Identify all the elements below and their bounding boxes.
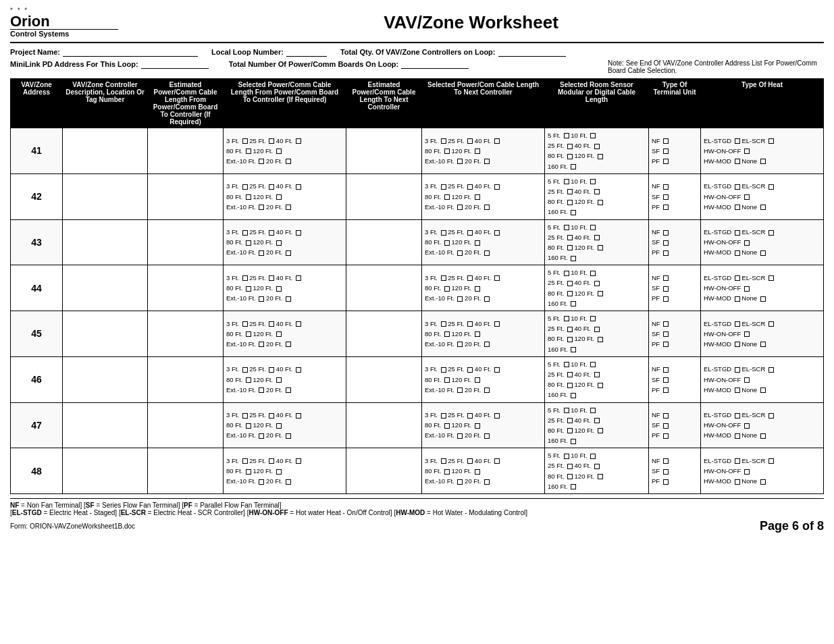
estimated-power-cell[interactable]	[148, 448, 224, 494]
type-heat-cell[interactable]: EL-STGD EL-SCR HW-ON-OFF HW-MOD None	[701, 356, 824, 402]
selected-power-comm-cable-cell[interactable]: 3 Ft. 25 Ft. 40 Ft. 80 Ft. 120 Ft. Ext.-…	[224, 311, 346, 357]
selected-room-sensor-cell[interactable]: 5 Ft. 10 Ft. 25 Ft. 40 Ft. 80 Ft. 120 Ft…	[545, 128, 649, 174]
address-cell: 42	[11, 173, 63, 219]
selected-room-sensor-cell[interactable]: 5 Ft. 10 Ft. 25 Ft. 40 Ft. 80 Ft. 120 Ft…	[545, 311, 649, 357]
el-scr-legend: EL-SCR	[121, 509, 146, 516]
type-heat-cell[interactable]: EL-STGD EL-SCR HW-ON-OFF HW-MOD None	[701, 448, 824, 494]
selected-room-sensor-cell[interactable]: 5 Ft. 10 Ft. 25 Ft. 40 Ft. 80 Ft. 120 Ft…	[545, 265, 649, 311]
controller-description-cell[interactable]	[63, 173, 148, 219]
estimated-power-cell[interactable]	[148, 402, 224, 448]
table-row: 483 Ft. 25 Ft. 40 Ft. 80 Ft. 120 Ft. Ext…	[11, 448, 824, 494]
selected-power-comm-next-cell[interactable]: 3 Ft. 25 Ft. 40 Ft. 80 Ft. 120 Ft. Ext.-…	[422, 219, 545, 265]
selected-power-comm-cable-cell[interactable]: 3 Ft. 25 Ft. 40 Ft. 80 Ft. 120 Ft. Ext.-…	[224, 173, 346, 219]
project-name-value[interactable]	[63, 47, 198, 57]
type-terminal-cell[interactable]: NF SF PF	[649, 356, 701, 402]
estimated-power-cell[interactable]	[148, 128, 224, 174]
col-header-sel-room: Selected Room Sensor Modular or Digital …	[545, 79, 649, 128]
selected-power-comm-next-cell[interactable]: 3 Ft. 25 Ft. 40 Ft. 80 Ft. 120 Ft. Ext.-…	[422, 265, 545, 311]
local-loop-field: Local Loop Number:	[211, 47, 327, 57]
estimated-power-cell[interactable]	[148, 311, 224, 357]
selected-power-comm-next-cell[interactable]: 3 Ft. 25 Ft. 40 Ft. 80 Ft. 120 Ft. Ext.-…	[422, 173, 545, 219]
selected-room-sensor-cell[interactable]: 5 Ft. 10 Ft. 25 Ft. 40 Ft. 80 Ft. 120 Ft…	[545, 448, 649, 494]
type-heat-cell[interactable]: EL-STGD EL-SCR HW-ON-OFF HW-MOD None	[701, 311, 824, 357]
nf-legend: NF = Non Fan Terminal] [SF = Series Flow…	[10, 502, 282, 509]
type-terminal-cell[interactable]: NF SF PF	[649, 265, 701, 311]
total-number-label: Total Number Of Power/Comm Boards On Loo…	[229, 60, 399, 68]
controller-description-cell[interactable]	[63, 265, 148, 311]
estimated-power2-cell[interactable]	[346, 128, 422, 174]
estimated-power2-cell[interactable]	[346, 356, 422, 402]
estimated-power2-cell[interactable]	[346, 402, 422, 448]
col-header-vav-address: VAV/Zone Address	[11, 79, 63, 128]
estimated-power-cell[interactable]	[148, 265, 224, 311]
local-loop-value[interactable]	[286, 47, 327, 57]
estimated-power-cell[interactable]	[148, 173, 224, 219]
controller-description-cell[interactable]	[63, 311, 148, 357]
selected-power-comm-next-cell[interactable]: 3 Ft. 25 Ft. 40 Ft. 80 Ft. 120 Ft. Ext.-…	[422, 311, 545, 357]
selected-power-comm-cable-cell[interactable]: 3 Ft. 25 Ft. 40 Ft. 80 Ft. 120 Ft. Ext.-…	[224, 265, 346, 311]
type-terminal-cell[interactable]: NF SF PF	[649, 128, 701, 174]
address-cell: 45	[11, 311, 63, 357]
minilink-field: MiniLink PD Address For This Loop:	[10, 59, 209, 69]
logo: * * * Orion Control Systems	[10, 7, 118, 38]
estimated-power2-cell[interactable]	[346, 173, 422, 219]
address-cell: 43	[11, 219, 63, 265]
footer-bottom: Form: ORION-VAVZoneWorksheet1B.doc Page …	[10, 519, 824, 533]
type-terminal-cell[interactable]: NF SF PF	[649, 173, 701, 219]
type-heat-cell[interactable]: EL-STGD EL-SCR HW-ON-OFF HW-MOD None	[701, 402, 824, 448]
logo-subtitle: Control Systems	[10, 29, 118, 38]
selected-room-sensor-cell[interactable]: 5 Ft. 10 Ft. 25 Ft. 40 Ft. 80 Ft. 120 Ft…	[545, 356, 649, 402]
type-terminal-cell[interactable]: NF SF PF	[649, 448, 701, 494]
address-cell: 47	[11, 402, 63, 448]
total-number-value[interactable]	[401, 59, 469, 69]
estimated-power2-cell[interactable]	[346, 219, 422, 265]
controller-description-cell[interactable]	[63, 448, 148, 494]
type-heat-cell[interactable]: EL-STGD EL-SCR HW-ON-OFF HW-MOD None	[701, 265, 824, 311]
selected-power-comm-cable-cell[interactable]: 3 Ft. 25 Ft. 40 Ft. 80 Ft. 120 Ft. Ext.-…	[224, 219, 346, 265]
type-heat-cell[interactable]: EL-STGD EL-SCR HW-ON-OFF HW-MOD None	[701, 128, 824, 174]
col-header-type-terminal: Type Of Terminal Unit	[649, 79, 701, 128]
selected-power-comm-cable-cell[interactable]: 3 Ft. 25 Ft. 40 Ft. 80 Ft. 120 Ft. Ext.-…	[224, 402, 346, 448]
controller-description-cell[interactable]	[63, 219, 148, 265]
estimated-power2-cell[interactable]	[346, 311, 422, 357]
col-header-sel-power2: Selected Power/Com Cable Length To Next …	[422, 79, 545, 128]
note-text: Note: See End Of VAV/Zone Controller Add…	[608, 59, 824, 74]
selected-room-sensor-cell[interactable]: 5 Ft. 10 Ft. 25 Ft. 40 Ft. 80 Ft. 120 Ft…	[545, 173, 649, 219]
estimated-power-cell[interactable]	[148, 356, 224, 402]
estimated-power2-cell[interactable]	[346, 448, 422, 494]
table-row: 413 Ft. 25 Ft. 40 Ft. 80 Ft. 120 Ft. Ext…	[11, 128, 824, 174]
form-name: Form: ORION-VAVZoneWorksheet1B.doc	[10, 522, 135, 530]
selected-room-sensor-cell[interactable]: 5 Ft. 10 Ft. 25 Ft. 40 Ft. 80 Ft. 120 Ft…	[545, 219, 649, 265]
type-heat-cell[interactable]: EL-STGD EL-SCR HW-ON-OFF HW-MOD None	[701, 173, 824, 219]
footer-legend: NF = Non Fan Terminal] [SF = Series Flow…	[10, 498, 824, 516]
selected-power-comm-next-cell[interactable]: 3 Ft. 25 Ft. 40 Ft. 80 Ft. 120 Ft. Ext.-…	[422, 402, 545, 448]
second-info-row: MiniLink PD Address For This Loop: Total…	[10, 59, 824, 74]
minilink-label: MiniLink PD Address For This Loop:	[10, 60, 138, 68]
table-row: 473 Ft. 25 Ft. 40 Ft. 80 Ft. 120 Ft. Ext…	[11, 402, 824, 448]
type-terminal-cell[interactable]: NF SF PF	[649, 402, 701, 448]
selected-power-comm-cable-cell[interactable]: 3 Ft. 25 Ft. 40 Ft. 80 Ft. 120 Ft. Ext.-…	[224, 356, 346, 402]
controller-description-cell[interactable]	[63, 402, 148, 448]
selected-power-comm-next-cell[interactable]: 3 Ft. 25 Ft. 40 Ft. 80 Ft. 120 Ft. Ext.-…	[422, 128, 545, 174]
project-name-field: Project Name:	[10, 47, 198, 57]
total-qty-value[interactable]	[498, 47, 566, 57]
total-qty-field: Total Qty. Of VAV/Zone Controllers on Lo…	[340, 47, 566, 57]
controller-description-cell[interactable]	[63, 128, 148, 174]
estimated-power-cell[interactable]	[148, 219, 224, 265]
selected-power-comm-next-cell[interactable]: 3 Ft. 25 Ft. 40 Ft. 80 Ft. 120 Ft. Ext.-…	[422, 448, 545, 494]
selected-room-sensor-cell[interactable]: 5 Ft. 10 Ft. 25 Ft. 40 Ft. 80 Ft. 120 Ft…	[545, 402, 649, 448]
estimated-power2-cell[interactable]	[346, 265, 422, 311]
type-terminal-cell[interactable]: NF SF PF	[649, 219, 701, 265]
selected-power-comm-cable-cell[interactable]: 3 Ft. 25 Ft. 40 Ft. 80 Ft. 120 Ft. Ext.-…	[224, 128, 346, 174]
table-row: 453 Ft. 25 Ft. 40 Ft. 80 Ft. 120 Ft. Ext…	[11, 311, 824, 357]
selected-power-comm-cable-cell[interactable]: 3 Ft. 25 Ft. 40 Ft. 80 Ft. 120 Ft. Ext.-…	[224, 448, 346, 494]
col-header-sel-power: Selected Power/Comm Cable Length From Po…	[224, 79, 346, 128]
page-number: Page 6 of 8	[760, 519, 824, 533]
project-name-label: Project Name:	[10, 48, 60, 56]
col-header-type-heat: Type Of Heat	[701, 79, 824, 128]
type-terminal-cell[interactable]: NF SF PF	[649, 311, 701, 357]
controller-description-cell[interactable]	[63, 356, 148, 402]
minilink-value[interactable]	[141, 59, 209, 69]
selected-power-comm-next-cell[interactable]: 3 Ft. 25 Ft. 40 Ft. 80 Ft. 120 Ft. Ext.-…	[422, 356, 545, 402]
type-heat-cell[interactable]: EL-STGD EL-SCR HW-ON-OFF HW-MOD None	[701, 219, 824, 265]
